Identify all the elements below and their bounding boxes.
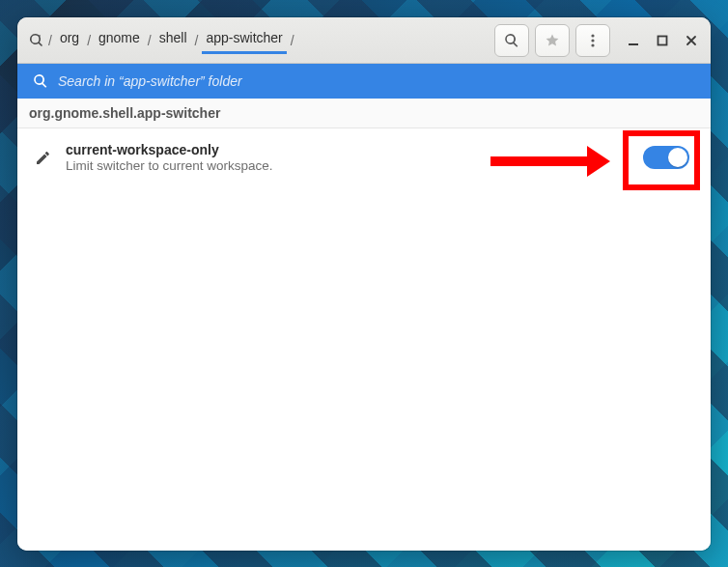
setting-description: Limit switcher to current workspace. <box>66 158 631 173</box>
setting-key: current-workspace-only <box>66 142 631 157</box>
setting-texts: current-workspace-only Limit switcher to… <box>66 142 631 173</box>
close-icon <box>686 35 697 46</box>
breadcrumb-item-app-switcher[interactable]: app-switcher <box>202 26 286 54</box>
svg-rect-4 <box>658 36 667 44</box>
search-bar <box>17 64 711 99</box>
schema-path-label: org.gnome.shell.app-switcher <box>17 99 711 128</box>
window-controls <box>620 24 705 57</box>
search-button[interactable] <box>494 24 529 57</box>
minimize-button[interactable] <box>620 24 647 57</box>
breadcrumb: / org / gnome / shell / app-switcher / <box>29 26 489 54</box>
maximize-icon <box>657 35 668 46</box>
maximize-button[interactable] <box>649 24 676 57</box>
breadcrumb-separator: / <box>87 33 91 48</box>
pencil-icon <box>33 149 54 166</box>
breadcrumb-separator: / <box>291 33 294 48</box>
svg-point-1 <box>591 39 594 42</box>
settings-list: current-workspace-only Limit switcher to… <box>17 128 711 551</box>
kebab-icon <box>585 33 601 48</box>
search-icon <box>504 33 519 48</box>
svg-point-0 <box>591 34 594 37</box>
setting-row-current-workspace-only[interactable]: current-workspace-only Limit switcher to… <box>27 136 701 179</box>
header-bar: / org / gnome / shell / app-switcher / <box>17 17 711 64</box>
toggle-knob <box>668 148 687 167</box>
star-icon <box>545 33 560 48</box>
close-button[interactable] <box>678 24 705 57</box>
svg-rect-3 <box>629 43 638 45</box>
breadcrumb-separator: / <box>48 33 52 48</box>
bookmark-button[interactable] <box>535 24 570 57</box>
breadcrumb-item-org[interactable]: org <box>56 26 83 54</box>
setting-toggle[interactable] <box>643 146 689 169</box>
hamburger-menu-button[interactable] <box>575 24 610 57</box>
svg-point-2 <box>591 43 594 46</box>
dconf-root-icon[interactable] <box>29 33 44 48</box>
breadcrumb-separator: / <box>195 33 199 48</box>
breadcrumb-item-gnome[interactable]: gnome <box>95 26 144 54</box>
search-input[interactable] <box>58 73 695 89</box>
search-icon <box>33 73 48 89</box>
breadcrumb-separator: / <box>148 33 152 48</box>
dconf-editor-window: / org / gnome / shell / app-switcher / <box>17 17 711 551</box>
breadcrumb-item-shell[interactable]: shell <box>155 26 191 54</box>
minimize-icon <box>628 35 639 46</box>
